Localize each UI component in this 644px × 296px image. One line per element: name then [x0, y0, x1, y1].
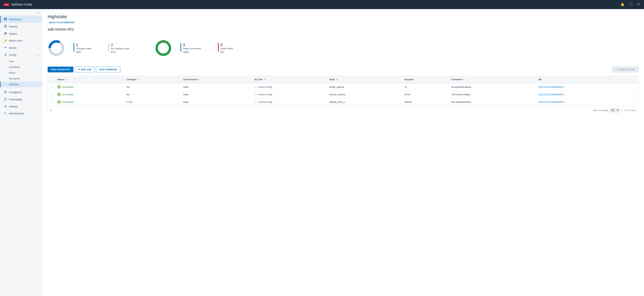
stat-bar-changes	[74, 43, 74, 52]
data-table: Status ▼ Changes ▼ Envir	[48, 76, 638, 106]
sidebar-item-label-targets: Targets	[9, 32, 39, 35]
run-highstate-button[interactable]: RUN HIGHSTATE	[48, 67, 73, 72]
items-per-page-label: Items per page	[593, 109, 608, 112]
config-arrow: ∨	[37, 54, 39, 56]
th-state-label: State	[329, 78, 335, 81]
filter-icon: ▽	[615, 68, 617, 71]
succeeded-icon-2: ✅	[57, 93, 60, 96]
th-sls-file: SLS file ▼	[252, 76, 327, 83]
administration-icon: 🔧	[4, 112, 7, 115]
config-icon: ⚙	[4, 53, 7, 56]
environment-filter-icon[interactable]: ▼	[198, 78, 200, 81]
stat-bar-succeeded	[180, 43, 181, 52]
sidebar-item-targets[interactable]: Targets	[0, 30, 42, 37]
jid-link-3[interactable]: 20221102133509929571	[538, 101, 564, 103]
run-job-button[interactable]: ✎ RUN JOB	[75, 67, 95, 72]
th-changes: Changes ▼	[124, 76, 181, 83]
row1-duration: 1s	[402, 83, 449, 91]
status-filter-icon[interactable]: ▼	[65, 78, 67, 81]
main-layout: « Dashboard Reports Targets 🔑 Minion Key…	[0, 9, 644, 296]
user-icon[interactable]	[637, 2, 640, 7]
svg-point-15	[157, 41, 170, 55]
jid-link-2[interactable]: 20221102133509929571	[538, 93, 564, 96]
row1-expand[interactable]: ››	[48, 83, 55, 91]
row1-sls-file-text: centos-config	[258, 86, 272, 88]
th-comment-label: Comment	[451, 78, 462, 81]
stat-content-failed: 0 States failed 0%	[220, 43, 233, 54]
row2-comment: The service httpd i...	[449, 91, 536, 98]
donut-chart-states	[154, 39, 172, 57]
expand-icon-3[interactable]: ››	[50, 100, 52, 103]
svg-rect-1	[4, 18, 5, 19]
sidebar-item-administration[interactable]: 🔧 Administration ›	[0, 110, 42, 117]
collapse-icon[interactable]: «	[38, 11, 40, 14]
th-environment-label: Environment	[184, 78, 197, 81]
sidebar-item-dashboard[interactable]: Dashboard	[0, 16, 42, 23]
sidebar-subitem-highstate[interactable]: Highstate	[0, 81, 42, 87]
back-to-dashboard-link[interactable]: ‹ BACK TO DASHBOARD	[48, 21, 638, 24]
column-resize-icon[interactable]: ⊞	[50, 109, 52, 112]
stat-number-changes: 1	[76, 43, 91, 47]
pagination-text: 1 - 3 of 3 items	[621, 109, 636, 112]
sls-filter-icon[interactable]: ▼	[264, 78, 266, 81]
stat-states-succeeded: 3 States succeeded 100%	[180, 43, 201, 54]
comment-filter-icon[interactable]: ▼	[463, 78, 464, 81]
sidebar-subitem-file-server[interactable]: File Server	[0, 76, 42, 81]
sidebar-item-label-compliance: Compliance	[9, 91, 36, 94]
sidebar-item-settings[interactable]: ⚙ Settings ›	[0, 103, 42, 110]
row1-jid[interactable]: 20221102133509929571	[536, 83, 638, 91]
stat-pct-succeeded: 100%	[183, 51, 201, 53]
row1-state: install_apache	[327, 83, 402, 91]
row2-expand[interactable]: ››	[48, 91, 55, 98]
row2-environment: base	[181, 91, 252, 98]
compliance-arrow: ›	[38, 91, 39, 93]
expand-icon-2[interactable]: ››	[50, 93, 52, 96]
row3-expand[interactable]: ››	[48, 98, 55, 106]
vmw-logo: vmw	[4, 3, 10, 6]
vulnerability-icon	[4, 98, 7, 101]
sidebar-item-vulnerability[interactable]: Vulnerability ›	[0, 96, 42, 103]
jid-link-1[interactable]: 20221102133509929571	[538, 86, 564, 88]
sidebar-item-config[interactable]: ⚙ Config ∨	[0, 51, 42, 58]
stat-label-no-changes: No changes made	[111, 47, 129, 50]
back-arrow: ‹	[48, 21, 48, 24]
sidebar-subitem-pillars[interactable]: Pillars	[0, 70, 42, 76]
row3-jid[interactable]: 20221102133509929571	[536, 98, 638, 106]
sidebar-item-compliance[interactable]: Compliance ›	[0, 89, 42, 96]
sidebar-collapse-btn[interactable]: «	[0, 9, 42, 16]
run-command-button[interactable]: RUN COMMAND	[96, 67, 120, 72]
clear-filters-button[interactable]: ▽ CLEAR FILTERs	[612, 67, 638, 72]
expand-icon-1[interactable]: ››	[50, 85, 52, 88]
sidebar-subitem-jobs[interactable]: Jobs	[0, 58, 42, 64]
yes-info-icon: ℹ	[126, 100, 128, 103]
notification-icon[interactable]: 🔔	[620, 2, 624, 6]
stat-number-failed: 0	[220, 43, 233, 47]
app-title: SaltStack Config	[11, 3, 32, 6]
sidebar-item-label-activity: Activity	[9, 46, 36, 49]
sidebar-item-reports[interactable]: Reports	[0, 23, 42, 30]
help-icon[interactable]: ?	[628, 2, 632, 6]
dashboard-icon	[4, 18, 7, 21]
clear-filters-label: CLEAR FILTERs	[618, 68, 635, 71]
row2-jid[interactable]: 20221102133509929571	[536, 91, 638, 98]
stat-bar-failed	[218, 43, 219, 52]
stat-no-changes: 2 No changes made 67%	[108, 43, 129, 54]
administration-arrow: ›	[38, 112, 39, 115]
stat-number-succeeded: 3	[183, 43, 201, 47]
row1-comment: All specified packa...	[449, 83, 536, 91]
stat-states-failed: 0 States failed 0%	[218, 43, 233, 54]
items-per-page-select[interactable]: 10 20 50 100	[610, 108, 619, 112]
sidebar-item-activity[interactable]: Activity ›	[0, 44, 42, 51]
changes-filter-icon[interactable]: ▼	[137, 78, 139, 81]
sidebar-subitem-schedules[interactable]: Schedules	[0, 64, 42, 70]
sidebar-item-label-settings: Settings	[9, 105, 36, 108]
state-filter-icon[interactable]: ▼	[336, 78, 338, 81]
compliance-icon	[4, 91, 7, 94]
sidebar-item-label-reports: Reports	[9, 25, 39, 28]
row2-sls-file-text: centos-config	[258, 93, 272, 96]
row2-status: ✅ Succeeded	[55, 91, 124, 98]
th-sls-file-label: SLS file	[254, 78, 263, 81]
succeeded-icon-1: ✅	[57, 85, 60, 88]
sidebar-item-label-config: Config	[9, 53, 35, 56]
sidebar-item-minion-keys[interactable]: 🔑 Minion Keys ›	[0, 37, 42, 44]
